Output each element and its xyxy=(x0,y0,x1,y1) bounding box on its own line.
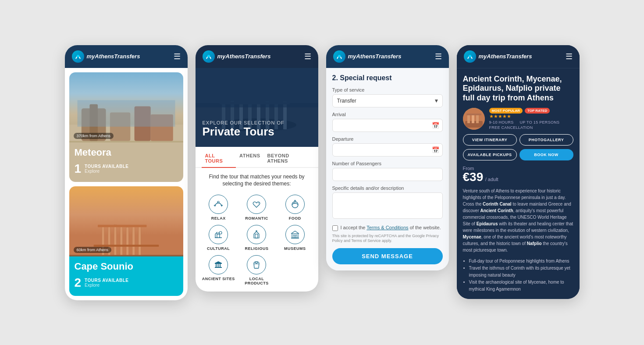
service-label: Type of service xyxy=(332,87,443,92)
theme-religious[interactable]: RELIGIOUS xyxy=(240,225,274,251)
tour-detail-body: Ancient Corinth, Mycenae, Epidaurus, Naf… xyxy=(457,68,580,299)
tour-main-title: Ancient Corinth, Mycenae, Epidaurus, Naf… xyxy=(463,75,573,103)
description-textarea[interactable] xyxy=(332,192,443,219)
bullet-item-1: Full-day tour of Peloponnese highlights … xyxy=(469,258,573,265)
meteora-image: 370km from Athens xyxy=(69,72,183,142)
book-now-button[interactable]: BOOK NOW xyxy=(519,149,573,160)
screen2-hero: EXPLORE OUR SELECTION OF Private Tours xyxy=(196,68,318,147)
available-pickups-button[interactable]: AVAILABLE PICKUPS xyxy=(463,149,517,160)
theme-label-romantic: ROMANTIC xyxy=(245,216,268,221)
svg-rect-11 xyxy=(114,224,117,255)
passengers-label: Number of Passengers xyxy=(332,161,443,166)
svg-rect-44 xyxy=(218,263,219,267)
svg-rect-14 xyxy=(132,226,135,255)
tab-athens[interactable]: ATHENS xyxy=(236,151,263,167)
card-sounio[interactable]: 60km from Athens Cape Sounio 2 TOURS AVA… xyxy=(69,186,183,296)
screen1: myAthensTransfers ☰ 370km from Athens M xyxy=(65,45,188,300)
svg-rect-12 xyxy=(120,226,123,255)
svg-point-34 xyxy=(219,231,222,234)
svg-rect-16 xyxy=(98,224,146,227)
menu-icon-2[interactable]: ☰ xyxy=(304,53,311,60)
terms-link[interactable]: Terms & Conditions xyxy=(366,225,408,230)
bullet-item-2: Travel the isthmus of Corinth with its p… xyxy=(469,265,573,279)
logo-icon-2 xyxy=(203,50,215,63)
svg-point-18 xyxy=(207,55,210,57)
religious-icon xyxy=(247,225,266,244)
screens-container: myAthensTransfers ☰ 370km from Athens M xyxy=(65,45,580,300)
tours-available-meteora: TOURS AVAILABLE xyxy=(85,164,128,169)
view-itinerary-button[interactable]: VIEW ITINERARY xyxy=(463,134,517,146)
svg-point-48 xyxy=(469,55,471,57)
theme-relax[interactable]: RELAX xyxy=(202,195,235,221)
service-select-wrapper: Transfer ▼ xyxy=(332,94,443,107)
theme-romantic[interactable]: ROMANTIC xyxy=(240,195,274,221)
special-request-form: 2. Special request Type of service Trans… xyxy=(326,68,449,270)
hero-text: EXPLORE OUR SELECTION OF Private Tours xyxy=(203,120,285,138)
terms-row: I accept the Terms & Conditions of the w… xyxy=(332,225,443,231)
tours-count-sounio: 2 xyxy=(75,276,82,290)
tours-explore-meteora: Explore xyxy=(85,169,128,174)
distance-badge-sounio: 60km from Athens xyxy=(74,247,112,253)
photogallery-button[interactable]: PHOTOGALLERY xyxy=(519,134,573,146)
menu-icon-4[interactable]: ☰ xyxy=(566,53,573,60)
theme-label-ancient-sites: ANCIENT SITES xyxy=(202,277,235,281)
departure-input[interactable] xyxy=(332,143,443,156)
theme-museums[interactable]: MUSEUMS xyxy=(278,225,312,251)
themes-grid: RELAX ROMANTIC xyxy=(196,190,318,292)
svg-point-0 xyxy=(77,55,79,57)
screen2: myAthensTransfers ☰ xyxy=(196,45,318,292)
departure-group: Departure 📅 xyxy=(332,136,443,156)
action-btns-row2: AVAILABLE PICKUPS BOOK NOW xyxy=(463,149,573,160)
svg-rect-39 xyxy=(291,238,299,239)
price-row: From €39 / adult xyxy=(463,166,573,183)
theme-food[interactable]: FOOD xyxy=(278,195,312,221)
card-body-meteora: Meteora 1 TOURS AVAILABLE Explore xyxy=(69,142,183,182)
svg-rect-35 xyxy=(215,238,222,238)
logo-area-4: myAthensTransfers xyxy=(464,50,532,63)
tab-all-tours[interactable]: ALL TOURS xyxy=(202,151,236,168)
hero-title: Private Tours xyxy=(203,125,285,138)
passengers-input[interactable] xyxy=(332,168,443,181)
tours-info-sounio: TOURS AVAILABLE Explore xyxy=(85,278,128,288)
logo-icon-3 xyxy=(333,50,345,63)
service-group: Type of service Transfer ▼ xyxy=(332,87,443,107)
arrival-input[interactable] xyxy=(332,119,443,132)
svg-rect-37 xyxy=(256,231,257,231)
tab-beyond-athens[interactable]: BEYOND ATHENS xyxy=(264,151,312,167)
terms-checkbox[interactable] xyxy=(332,225,338,231)
screen3-header: myAthensTransfers ☰ xyxy=(326,45,449,68)
svg-rect-54 xyxy=(466,114,481,115)
tours-explore-sounio: Explore xyxy=(85,283,128,288)
tours-count-meteora: 1 xyxy=(75,162,82,176)
theme-local-products[interactable]: LOCAL PRODUCTS xyxy=(240,255,274,285)
theme-label-food: FOOD xyxy=(289,216,301,221)
badge-popular: MOST POPULAR xyxy=(489,108,523,114)
svg-point-33 xyxy=(292,202,298,208)
passengers-group: Number of Passengers xyxy=(332,161,443,181)
cultural-icon xyxy=(209,225,228,244)
card-meteora[interactable]: 370km from Athens Meteora 1 TOURS AVAILA… xyxy=(69,72,183,182)
theme-ancient-sites[interactable]: ANCIENT SITES xyxy=(202,255,235,285)
send-message-button[interactable]: SEND MESSAGE xyxy=(332,248,443,264)
theme-cultural[interactable]: CULTURAL xyxy=(202,225,235,251)
screen3: myAthensTransfers ☰ 2. Special request T… xyxy=(326,45,449,270)
price-amount: €39 xyxy=(463,170,484,184)
menu-icon-3[interactable]: ☰ xyxy=(435,53,442,60)
request-title: 2. Special request xyxy=(332,74,443,82)
card-body-sounio: Cape Sounio 2 TOURS AVAILABLE Explore xyxy=(69,256,183,296)
local-products-icon xyxy=(247,255,266,274)
description-label: Specific details and/or description xyxy=(332,185,443,191)
departure-label: Departure xyxy=(332,136,443,142)
tours-row-meteora: 1 TOURS AVAILABLE Explore xyxy=(75,162,178,176)
tour-meta-row: MOST POPULAR TOP RATED ★★★★★ 9-10 HOURS … xyxy=(463,108,573,130)
menu-icon[interactable]: ☰ xyxy=(174,53,181,60)
stars: ★★★★★ xyxy=(489,114,560,119)
theme-label-cultural: CULTURAL xyxy=(207,246,230,251)
sounio-image: 60km from Athens xyxy=(69,186,183,256)
arrival-label: Arrival xyxy=(332,112,443,117)
hours-stat: 9-10 HOURS xyxy=(489,120,514,124)
svg-rect-7 xyxy=(77,100,175,126)
arrival-input-wrapper: 📅 xyxy=(332,119,443,132)
service-select[interactable]: Transfer xyxy=(332,94,443,107)
logo-text-3: myAthensTransfers xyxy=(348,53,402,60)
